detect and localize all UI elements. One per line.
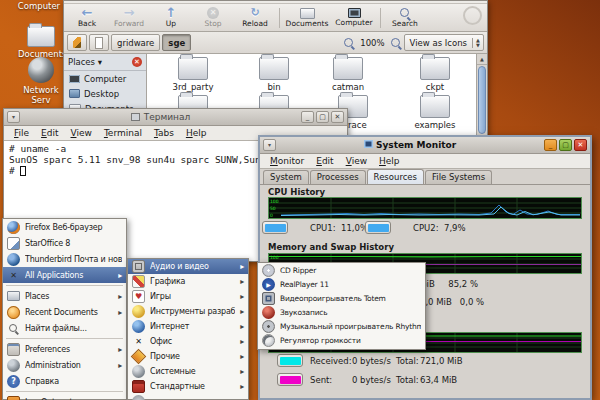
folder-examples[interactable]: examples bbox=[399, 95, 471, 130]
menu-item-preferences[interactable]: Preferences bbox=[3, 341, 126, 357]
menu-item-internet[interactable]: Интернет bbox=[128, 319, 248, 334]
submenu-arrow-icon bbox=[240, 277, 244, 286]
menu-item-recent-documents[interactable]: Recent Documents bbox=[3, 304, 126, 320]
menu-help[interactable]: Help bbox=[180, 128, 213, 138]
menu-item-help[interactable]: ?Справка bbox=[3, 373, 126, 389]
folder-icon bbox=[27, 26, 55, 47]
menu-item-staroffice[interactable]: StarOffice 8 bbox=[3, 235, 126, 251]
tab-file-systems[interactable]: File Systems bbox=[425, 170, 492, 184]
menu-item-graphics[interactable]: Графика bbox=[128, 274, 248, 289]
menu-file[interactable]: File bbox=[8, 128, 35, 138]
menu-item-system[interactable]: Системные bbox=[128, 364, 248, 379]
reload-button[interactable]: ↻ Reload bbox=[234, 7, 276, 28]
menu-item-all-applications[interactable]: ✕All Applications bbox=[3, 267, 126, 283]
menu-tabs[interactable]: Tabs bbox=[148, 128, 180, 138]
other-icon bbox=[132, 350, 145, 363]
scrollbar-thumb[interactable] bbox=[478, 66, 486, 134]
menu-item-administration[interactable]: Administration bbox=[3, 357, 126, 373]
folder-3rd_party[interactable]: 3rd_party bbox=[157, 57, 229, 92]
menu-item-places[interactable]: Places bbox=[3, 288, 126, 304]
menu-item-logout[interactable]: ↪Log Out root... bbox=[3, 394, 126, 400]
sent-swatch[interactable] bbox=[277, 373, 303, 386]
sidebar-close-icon[interactable]: ✕ bbox=[132, 57, 142, 67]
view-mode-select[interactable]: View as Icons ▲▼ bbox=[404, 34, 484, 51]
tab-resources[interactable]: Resources bbox=[367, 169, 424, 184]
maximize-button[interactable]: ▢ bbox=[559, 139, 572, 151]
submenu-arrow-icon bbox=[240, 262, 244, 271]
menu-edit[interactable]: Edit bbox=[310, 156, 339, 166]
menu-item-sound-recorder[interactable]: Звукозапись bbox=[258, 305, 425, 319]
rhythmbox-icon bbox=[262, 320, 275, 333]
menu-item-games[interactable]: ♥Игры bbox=[128, 289, 248, 304]
menu-help[interactable]: Help bbox=[373, 156, 406, 166]
edit-location-button[interactable] bbox=[67, 34, 87, 51]
path-button-sge[interactable]: sge bbox=[162, 34, 191, 51]
menu-item-find-files[interactable]: Найти файлы... bbox=[3, 320, 126, 336]
desktop-icon-network[interactable]: Network Serv bbox=[14, 57, 68, 105]
documents-button[interactable]: Documents bbox=[283, 8, 331, 28]
computer-monitor-icon bbox=[348, 8, 361, 18]
folder-bin[interactable]: bin bbox=[238, 57, 310, 92]
terminal-icon bbox=[131, 113, 140, 121]
menu-separator bbox=[6, 391, 123, 392]
menu-item-realplayer[interactable]: ▶RealPlayer 11 bbox=[258, 277, 425, 291]
location-bar: gridware sge 100% View as Icons ▲▼ bbox=[64, 32, 487, 54]
menu-item-thunderbird[interactable]: Thunderbird Почта и новости bbox=[3, 251, 126, 267]
minimize-button[interactable]: _ bbox=[544, 139, 557, 151]
menu-view[interactable]: View bbox=[65, 128, 98, 138]
menu-monitor[interactable]: Monitor bbox=[264, 156, 310, 166]
scroll-up-icon[interactable]: ▲ bbox=[477, 54, 487, 65]
sidebar-item-desktop[interactable]: Desktop bbox=[64, 86, 146, 101]
desktop-icon-computer[interactable]: Computer bbox=[10, 1, 68, 11]
cpu1-swatch[interactable] bbox=[262, 221, 288, 234]
zoom-in-icon[interactable] bbox=[390, 37, 402, 49]
applications-icon: ✕ bbox=[7, 269, 20, 282]
menu-item-audio-video[interactable]: Аудио и видео bbox=[128, 259, 248, 274]
menu-item-rhythmbox[interactable]: Музыкальный проигрыватель Rhythmbox bbox=[258, 319, 425, 333]
received-rate: 0 bytes/s bbox=[352, 356, 391, 366]
menu-item-office[interactable]: ✕Офис bbox=[128, 334, 248, 349]
received-swatch[interactable] bbox=[277, 354, 303, 367]
folder-ckpt[interactable]: ckpt bbox=[399, 57, 471, 92]
menu-item-volume-control[interactable]: Регулятор громкости bbox=[258, 333, 425, 347]
menu-item-partial[interactable] bbox=[128, 394, 248, 400]
close-button[interactable]: ✕ bbox=[574, 139, 587, 151]
menu-item-cd-ripper[interactable]: CD Ripper bbox=[258, 263, 425, 277]
minimize-button[interactable] bbox=[301, 111, 314, 123]
back-button[interactable]: ← Back bbox=[66, 7, 108, 28]
menu-item-totem[interactable]: Видеопроигрыватель Totem bbox=[258, 291, 425, 305]
search-button[interactable]: Search bbox=[384, 7, 426, 28]
svg-text:100: 100 bbox=[270, 255, 279, 260]
menu-terminal[interactable]: Terminal bbox=[98, 128, 148, 138]
menu-view[interactable]: View bbox=[340, 156, 373, 166]
realplayer-icon: ▶ bbox=[262, 278, 275, 291]
sidebar-item-computer[interactable]: Computer bbox=[64, 71, 146, 86]
stop-button[interactable]: ✕ Stop bbox=[192, 7, 234, 28]
up-button[interactable]: ↑ Up bbox=[150, 7, 192, 28]
received-label: Received: bbox=[310, 356, 352, 366]
menu-item-development[interactable]: Инструменты разработки bbox=[128, 304, 248, 319]
desktop-icon-documents[interactable]: Documents bbox=[18, 26, 64, 59]
maximize-button[interactable] bbox=[316, 111, 329, 123]
menu-item-firefox[interactable]: Firefox Веб-браузер bbox=[3, 219, 126, 235]
root-path-button[interactable] bbox=[89, 34, 109, 51]
cpu2-swatch[interactable] bbox=[365, 221, 391, 234]
close-button[interactable] bbox=[331, 111, 344, 123]
window-menu-icon[interactable]: ▾ bbox=[263, 139, 276, 151]
folder-catman[interactable]: catman bbox=[312, 57, 384, 92]
tab-processes[interactable]: Processes bbox=[310, 170, 366, 184]
forward-button[interactable]: → Forward bbox=[108, 7, 150, 28]
menu-item-accessories[interactable]: Стандартные bbox=[128, 379, 248, 394]
path-button-gridware[interactable]: gridware bbox=[111, 34, 160, 51]
places-header[interactable]: Places ▾ bbox=[68, 57, 132, 67]
submenu-arrow-icon bbox=[118, 345, 122, 354]
staroffice-icon bbox=[7, 237, 20, 250]
menu-edit[interactable]: Edit bbox=[35, 128, 64, 138]
window-menu-icon[interactable]: ▾ bbox=[7, 111, 20, 123]
zoom-out-icon[interactable] bbox=[343, 37, 355, 49]
audio-video-menu: CD Ripper ▶RealPlayer 11 Видеопроигрыват… bbox=[257, 262, 426, 350]
menu-item-other[interactable]: Прочие bbox=[128, 349, 248, 364]
computer-button[interactable]: Computer bbox=[331, 8, 377, 27]
sent-label: Sent: bbox=[310, 375, 332, 385]
tab-system[interactable]: System bbox=[263, 170, 309, 184]
